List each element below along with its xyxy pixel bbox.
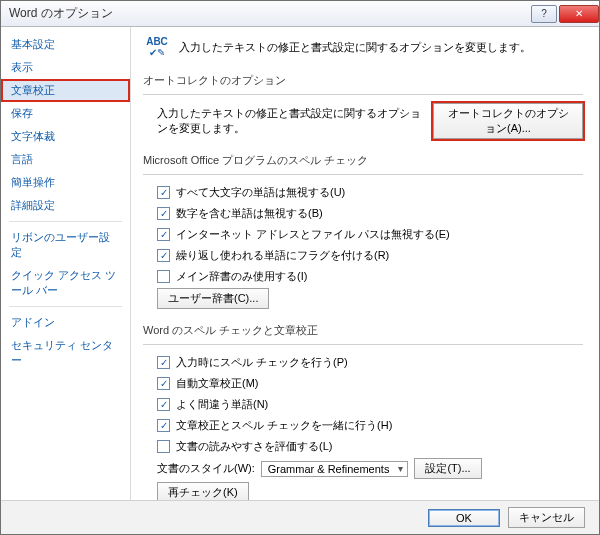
titlebar: Word のオプション ? ✕ (1, 1, 599, 27)
sidebar-item-typography[interactable]: 文字体裁 (1, 125, 130, 148)
sidebar-item-qat[interactable]: クイック アクセス ツール バー (1, 264, 130, 302)
chk-uppercase[interactable] (157, 186, 170, 199)
window-title: Word のオプション (9, 5, 529, 22)
sidebar-item-ease[interactable]: 簡単操作 (1, 171, 130, 194)
sidebar-item-basic[interactable]: 基本設定 (1, 33, 130, 56)
help-button[interactable]: ? (531, 5, 557, 23)
section-spell-title: Microsoft Office プログラムのスペル チェック (143, 149, 583, 172)
grammar-settings-button[interactable]: 設定(T)... (414, 458, 481, 479)
proofing-icon: ABC✔✎ (143, 35, 171, 59)
autocorrect-options-button[interactable]: オートコレクトのオプション(A)... (433, 103, 583, 139)
section-grammar-title: Word のスペル チェックと文章校正 (143, 319, 583, 342)
header-text: 入力したテキストの修正と書式設定に関するオプションを変更します。 (179, 40, 531, 55)
recheck-button[interactable]: 再チェック(K) (157, 482, 249, 500)
close-button[interactable]: ✕ (559, 5, 599, 23)
lbl-grammar-spell: 文章校正とスペル チェックを一緒に行う(H) (176, 418, 392, 433)
sidebar-item-advanced[interactable]: 詳細設定 (1, 194, 130, 217)
lbl-numbers: 数字を含む単語は無視する(B) (176, 206, 323, 221)
footer: OK キャンセル (1, 500, 599, 534)
chk-spell-typing[interactable] (157, 356, 170, 369)
user-dict-button[interactable]: ユーザー辞書(C)... (157, 288, 269, 309)
chk-readability[interactable] (157, 440, 170, 453)
sidebar: 基本設定 表示 文章校正 保存 文字体裁 言語 簡単操作 詳細設定 リボンのユー… (1, 27, 131, 500)
chk-internet[interactable] (157, 228, 170, 241)
ok-button[interactable]: OK (428, 509, 500, 527)
lbl-confused: よく間違う単語(N) (176, 397, 268, 412)
style-select[interactable]: Grammar & Refinements (261, 461, 409, 477)
lbl-spell-typing: 入力時にスペル チェックを行う(P) (176, 355, 348, 370)
chk-auto-grammar[interactable] (157, 377, 170, 390)
sidebar-item-display[interactable]: 表示 (1, 56, 130, 79)
autocorrect-desc: 入力したテキストの修正と書式設定に関するオプションを変更します。 (157, 106, 427, 136)
lbl-auto-grammar: 自動文章校正(M) (176, 376, 259, 391)
lbl-readability: 文書の読みやすさを評価する(L) (176, 439, 332, 454)
lbl-repeated: 繰り返し使われる単語にフラグを付ける(R) (176, 248, 389, 263)
lbl-uppercase: すべて大文字の単語は無視する(U) (176, 185, 345, 200)
chk-grammar-spell[interactable] (157, 419, 170, 432)
sidebar-item-addins[interactable]: アドイン (1, 311, 130, 334)
style-label: 文書のスタイル(W): (157, 461, 255, 476)
sidebar-item-security[interactable]: セキュリティ センター (1, 334, 130, 372)
sidebar-item-ribbon[interactable]: リボンのユーザー設定 (1, 226, 130, 264)
lbl-internet: インターネット アドレスとファイル パスは無視する(E) (176, 227, 450, 242)
chk-numbers[interactable] (157, 207, 170, 220)
style-value: Grammar & Refinements (268, 463, 390, 475)
sidebar-item-proofing[interactable]: 文章校正 (1, 79, 130, 102)
cancel-button[interactable]: キャンセル (508, 507, 585, 528)
chk-repeated[interactable] (157, 249, 170, 262)
sidebar-item-language[interactable]: 言語 (1, 148, 130, 171)
lbl-maindict: メイン辞書のみ使用する(I) (176, 269, 307, 284)
section-autocorrect-title: オートコレクトのオプション (143, 69, 583, 92)
chk-confused[interactable] (157, 398, 170, 411)
sidebar-item-save[interactable]: 保存 (1, 102, 130, 125)
chk-maindict[interactable] (157, 270, 170, 283)
main-panel: ABC✔✎ 入力したテキストの修正と書式設定に関するオプションを変更します。 オ… (131, 27, 599, 500)
